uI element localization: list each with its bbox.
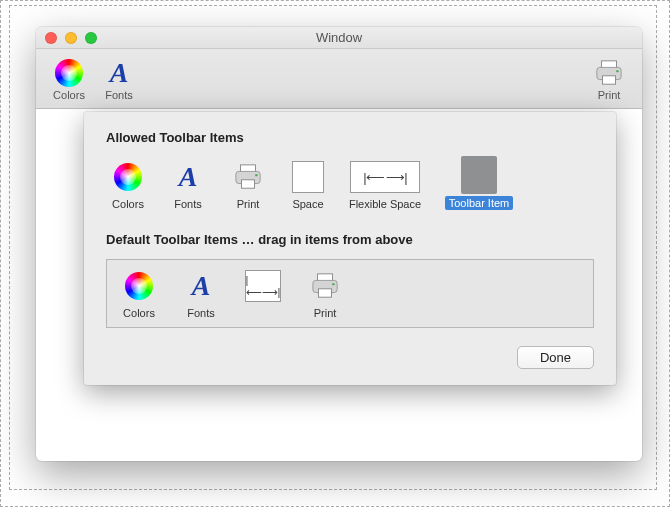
toolbar-fonts[interactable]: A Fonts [94, 57, 144, 101]
svg-rect-6 [241, 180, 254, 188]
font-a-icon: A [110, 59, 129, 87]
default-items-box[interactable]: Colors A Fonts |⟵⟶| Prin [106, 259, 594, 328]
allowed-flexible-space[interactable]: |⟵ ⟶| Flexible Space [346, 159, 424, 210]
svg-point-3 [616, 69, 618, 71]
allowed-flexible-space-label: Flexible Space [349, 198, 421, 210]
allowed-print[interactable]: Print [226, 159, 270, 210]
allowed-colors-label: Colors [112, 198, 144, 210]
generic-item-icon [461, 156, 497, 194]
allowed-space-label: Space [292, 198, 323, 210]
default-title: Default Toolbar Items … drag in items fr… [106, 232, 594, 247]
close-icon[interactable] [45, 32, 57, 44]
color-wheel-icon [114, 163, 142, 191]
allowed-colors[interactable]: Colors [106, 159, 150, 210]
printer-icon [233, 163, 263, 191]
printer-icon [310, 272, 340, 300]
color-wheel-icon [55, 59, 83, 87]
zoom-icon[interactable] [85, 32, 97, 44]
toolbar-print-label: Print [598, 89, 621, 101]
toolbar-colors-label: Colors [53, 89, 85, 101]
window-title: Window [36, 30, 642, 45]
default-flexible-space-label [261, 307, 264, 319]
app-window: Window Colors A Fonts Print Allowed T [36, 27, 642, 461]
allowed-toolbar-item-label: Toolbar Item [445, 196, 514, 210]
svg-point-7 [255, 174, 257, 176]
done-button[interactable]: Done [517, 346, 594, 369]
toolbar: Colors A Fonts Print [36, 49, 642, 109]
color-wheel-icon [125, 272, 153, 300]
toolbar-fonts-label: Fonts [105, 89, 133, 101]
minimize-icon[interactable] [65, 32, 77, 44]
titlebar: Window [36, 27, 642, 49]
default-fonts-label: Fonts [187, 307, 215, 319]
allowed-items-row: Colors A Fonts Print Spac [106, 157, 594, 210]
allowed-fonts-label: Fonts [174, 198, 202, 210]
allowed-space[interactable]: Space [286, 159, 330, 210]
flexible-space-icon: |⟵⟶| [245, 270, 281, 302]
traffic-lights [36, 32, 97, 44]
allowed-fonts[interactable]: A Fonts [166, 159, 210, 210]
font-a-icon: A [192, 272, 211, 300]
allowed-title: Allowed Toolbar Items [106, 130, 594, 145]
default-colors[interactable]: Colors [117, 268, 161, 319]
default-colors-label: Colors [123, 307, 155, 319]
default-fonts[interactable]: A Fonts [179, 268, 223, 319]
toolbar-print[interactable]: Print [584, 57, 634, 101]
toolbar-colors[interactable]: Colors [44, 57, 94, 101]
svg-point-11 [332, 283, 334, 285]
allowed-print-label: Print [237, 198, 260, 210]
default-print[interactable]: Print [303, 268, 347, 319]
svg-rect-2 [602, 75, 615, 83]
svg-rect-10 [318, 289, 331, 297]
default-print-label: Print [314, 307, 337, 319]
allowed-toolbar-item[interactable]: Toolbar Item [440, 157, 518, 210]
font-a-icon: A [179, 163, 198, 191]
printer-icon [594, 59, 624, 87]
space-icon [292, 161, 324, 193]
customize-sheet: Allowed Toolbar Items Colors A Fonts [84, 112, 616, 385]
flexible-space-icon: |⟵ ⟶| [350, 161, 420, 193]
default-flexible-space[interactable]: |⟵⟶| [241, 268, 285, 319]
